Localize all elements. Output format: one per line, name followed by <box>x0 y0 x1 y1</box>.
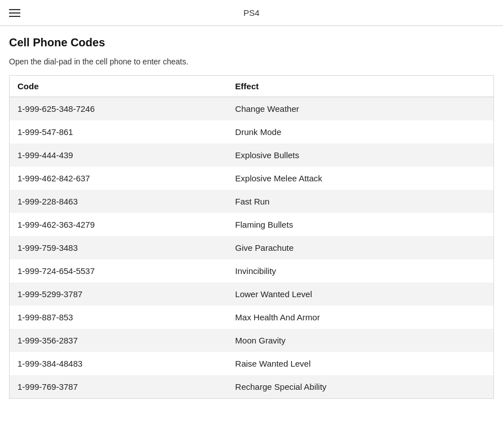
cell-code: 1-999-384-48483 <box>10 352 228 375</box>
table-row: 1-999-5299-3787Lower Wanted Level <box>10 282 494 306</box>
cell-effect: Give Parachute <box>228 236 494 259</box>
table-row: 1-999-228-8463Fast Run <box>10 190 494 213</box>
cell-code: 1-999-228-8463 <box>10 190 228 213</box>
cell-code: 1-999-356-2837 <box>10 329 228 352</box>
col-header-code: Code <box>10 76 228 97</box>
cell-code: 1-999-462-842-637 <box>10 167 228 190</box>
cell-effect: Change Weather <box>228 97 494 121</box>
page-content: Cell Phone Codes Open the dial-pad in th… <box>0 26 503 410</box>
cell-code: 1-999-547-861 <box>10 120 228 143</box>
table-row: 1-999-724-654-5537Invincibility <box>10 259 494 282</box>
cell-effect: Invincibility <box>228 259 494 282</box>
table-row: 1-999-462-842-637Explosive Melee Attack <box>10 167 494 190</box>
page-title: Cell Phone Codes <box>9 36 494 49</box>
cell-effect: Explosive Bullets <box>228 143 494 167</box>
table-row: 1-999-887-853Max Health And Armor <box>10 306 494 329</box>
top-bar-title: PS4 <box>243 8 259 18</box>
cell-effect: Fast Run <box>228 190 494 213</box>
cell-effect: Flaming Bullets <box>228 213 494 236</box>
hamburger-icon[interactable] <box>9 9 20 17</box>
table-row: 1-999-384-48483Raise Wanted Level <box>10 352 494 375</box>
cell-code: 1-999-5299-3787 <box>10 282 228 306</box>
cell-code: 1-999-724-654-5537 <box>10 259 228 282</box>
cell-code: 1-999-625-348-7246 <box>10 97 228 121</box>
cell-code: 1-999-759-3483 <box>10 236 228 259</box>
cell-effect: Recharge Special Ability <box>228 375 494 399</box>
cell-effect: Moon Gravity <box>228 329 494 352</box>
page-description: Open the dial-pad in the cell phone to e… <box>9 57 494 66</box>
cell-effect: Drunk Mode <box>228 120 494 143</box>
table-row: 1-999-462-363-4279Flaming Bullets <box>10 213 494 236</box>
cell-code: 1-999-887-853 <box>10 306 228 329</box>
cell-code: 1-999-462-363-4279 <box>10 213 228 236</box>
codes-table: Code Effect 1-999-625-348-7246Change Wea… <box>9 75 494 399</box>
table-row: 1-999-444-439Explosive Bullets <box>10 143 494 167</box>
cell-code: 1-999-769-3787 <box>10 375 228 399</box>
table-header-row: Code Effect <box>10 76 494 97</box>
cell-effect: Max Health And Armor <box>228 306 494 329</box>
cell-effect: Raise Wanted Level <box>228 352 494 375</box>
top-bar: PS4 <box>0 0 503 26</box>
cell-effect: Explosive Melee Attack <box>228 167 494 190</box>
table-row: 1-999-547-861Drunk Mode <box>10 120 494 143</box>
cell-effect: Lower Wanted Level <box>228 282 494 306</box>
table-row: 1-999-759-3483Give Parachute <box>10 236 494 259</box>
table-row: 1-999-625-348-7246Change Weather <box>10 97 494 121</box>
cell-code: 1-999-444-439 <box>10 143 228 167</box>
table-row: 1-999-356-2837Moon Gravity <box>10 329 494 352</box>
col-header-effect: Effect <box>228 76 494 97</box>
table-row: 1-999-769-3787Recharge Special Ability <box>10 375 494 399</box>
